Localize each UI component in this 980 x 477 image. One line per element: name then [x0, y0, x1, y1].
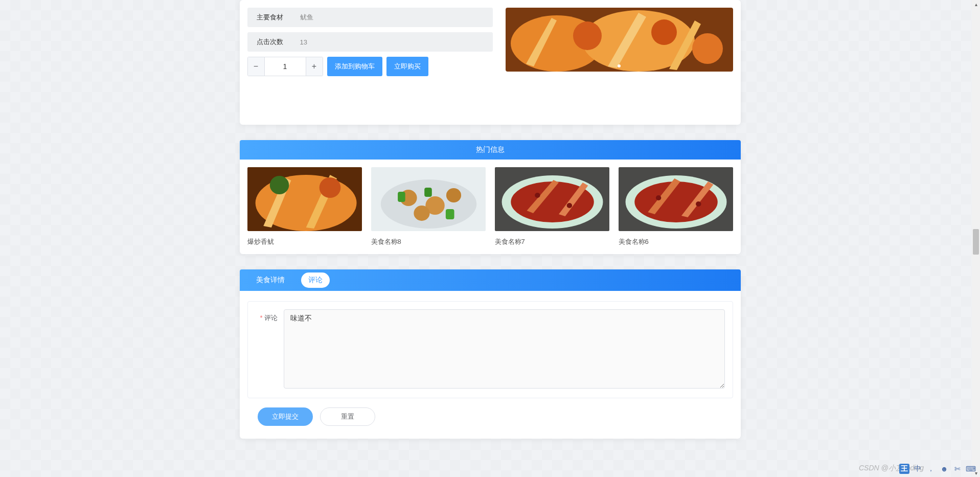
svg-rect-17 — [445, 209, 454, 219]
hot-item-name: 美食名称7 — [495, 237, 609, 246]
hot-item[interactable]: 美食名称7 — [495, 167, 609, 246]
hot-item-image — [619, 167, 733, 231]
svg-rect-18 — [424, 188, 432, 197]
plus-button[interactable]: + — [306, 57, 323, 76]
scroll-thumb[interactable] — [973, 229, 979, 255]
hot-info-header: 热门信息 — [240, 140, 741, 160]
comment-textarea[interactable] — [284, 309, 725, 389]
svg-point-27 — [655, 195, 660, 200]
hot-item-image — [495, 167, 609, 231]
submit-button[interactable]: 立即提交 — [258, 407, 313, 426]
clicks-value: 13 — [300, 38, 307, 46]
tab-comment[interactable]: 评论 — [301, 272, 330, 288]
product-image — [506, 8, 733, 72]
carousel-dot[interactable] — [618, 64, 621, 67]
detail-tabs-card: 美食详情 评论 *评论 立即提交 重置 — [240, 269, 741, 439]
hot-item-image — [247, 167, 362, 231]
buy-now-button[interactable]: 立即购买 — [386, 57, 428, 76]
clicks-label: 点击次数 — [257, 37, 300, 47]
scrollbar[interactable]: ▴ ▾ — [972, 0, 980, 454]
scroll-up-arrow[interactable]: ▴ — [972, 0, 980, 8]
hot-item-name: 美食名称8 — [371, 237, 486, 246]
minus-button[interactable]: − — [247, 57, 265, 76]
svg-point-8 — [269, 176, 289, 194]
hot-item-name: 美食名称6 — [619, 237, 733, 246]
svg-point-4 — [651, 19, 677, 45]
svg-point-28 — [696, 201, 701, 207]
hot-info-card: 热门信息 爆炒香鱿 — [240, 140, 741, 254]
quantity-stepper[interactable]: − + — [247, 57, 323, 76]
carousel-dots[interactable] — [506, 64, 733, 67]
hot-item-image — [371, 167, 486, 231]
clicks-row: 点击次数 13 — [247, 32, 493, 52]
svg-point-3 — [573, 21, 602, 50]
hot-item[interactable]: 美食名称8 — [371, 167, 486, 246]
svg-point-22 — [535, 193, 540, 198]
svg-point-9 — [319, 177, 340, 198]
product-detail-card: 主要食材 鱿鱼 点击次数 13 − + 添加到购物车 立即购买 — [240, 0, 741, 125]
svg-point-5 — [692, 33, 723, 64]
tab-detail[interactable]: 美食详情 — [249, 272, 292, 288]
hot-item[interactable]: 爆炒香鱿 — [247, 167, 362, 246]
ingredient-label: 主要食材 — [257, 13, 300, 22]
quantity-input[interactable] — [265, 57, 306, 76]
ingredient-value: 鱿鱼 — [300, 13, 313, 22]
svg-point-23 — [566, 203, 572, 208]
comment-label: *评论 — [256, 309, 284, 323]
add-to-cart-button[interactable]: 添加到购物车 — [327, 57, 382, 76]
reset-button[interactable]: 重置 — [320, 407, 375, 426]
tabs-header: 美食详情 评论 — [240, 269, 741, 291]
product-carousel[interactable] — [506, 8, 733, 72]
hot-item[interactable]: 美食名称6 — [619, 167, 733, 246]
svg-rect-16 — [398, 192, 405, 202]
svg-point-14 — [446, 188, 461, 202]
ingredient-row: 主要食材 鱿鱼 — [247, 8, 493, 27]
svg-point-15 — [414, 206, 429, 221]
hot-item-name: 爆炒香鱿 — [247, 237, 362, 246]
